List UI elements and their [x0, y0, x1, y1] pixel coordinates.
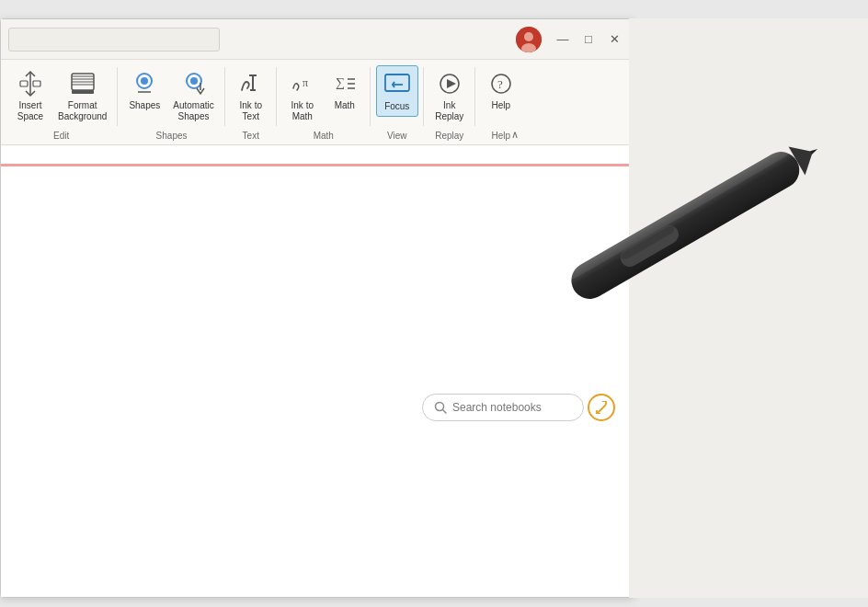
title-bar: — □ ✕ — [1, 19, 634, 60]
edit-items: InsertSpace — [10, 65, 112, 129]
search-input-wrap — [422, 394, 584, 421]
focus-button[interactable]: Focus — [376, 65, 418, 117]
expand-icon — [595, 401, 608, 414]
minimize-button[interactable]: — — [551, 28, 575, 52]
view-group-label: View — [376, 129, 418, 144]
math-label: Math — [335, 100, 355, 111]
svg-rect-4 — [20, 81, 28, 86]
ribbon-group-shapes: Shapes AutomaticShapes — [118, 63, 224, 144]
svg-text:?: ? — [497, 77, 503, 91]
ink-to-math-label: Ink toMath — [291, 100, 314, 122]
search-input[interactable] — [452, 401, 572, 414]
ink-to-text-button[interactable]: Ink toText — [231, 65, 271, 126]
svg-line-34 — [597, 405, 606, 414]
shapes-group-label: Shapes — [123, 129, 219, 144]
automatic-shapes-button[interactable]: AutomaticShapes — [167, 65, 219, 126]
automatic-shapes-icon — [179, 69, 209, 98]
ribbon-group-edit: InsertSpace — [5, 63, 118, 144]
maximize-button[interactable]: □ — [577, 28, 600, 52]
close-button[interactable]: ✕ — [602, 28, 626, 52]
replay-items: InkReplay — [429, 65, 470, 129]
svg-marker-29 — [447, 79, 456, 88]
app-window: — □ ✕ — [0, 18, 634, 598]
ink-to-text-icon — [236, 69, 266, 98]
shapes-items: Shapes AutomaticShapes — [123, 65, 219, 129]
text-group-label: Text — [231, 129, 271, 144]
help-items: ? Help — [481, 65, 521, 129]
insert-space-icon — [16, 69, 45, 98]
pink-line — [1, 164, 634, 166]
title-input[interactable] — [8, 28, 220, 52]
math-button[interactable]: ∑ Math — [325, 65, 365, 115]
svg-rect-11 — [72, 90, 94, 94]
shapes-label: Shapes — [129, 100, 160, 111]
content-area — [1, 145, 634, 597]
ribbon-group-help: ? Help Help ∧ — [475, 63, 527, 144]
view-items: Focus — [376, 65, 418, 129]
ribbon-group-view: Focus View — [371, 63, 424, 144]
svg-point-16 — [190, 77, 198, 85]
replay-group-label: Replay — [429, 129, 470, 144]
format-background-icon — [68, 69, 97, 98]
insert-space-button[interactable]: InsertSpace — [10, 65, 51, 126]
ribbon-group-math: π Ink toMath ∑ — [277, 63, 371, 144]
ink-to-math-icon: π — [288, 69, 317, 98]
right-panel — [629, 18, 868, 598]
edit-group-label: Edit — [10, 129, 112, 144]
ink-to-math-button[interactable]: π Ink toMath — [282, 65, 323, 126]
math-items: π Ink toMath ∑ — [282, 65, 365, 129]
svg-point-13 — [141, 77, 148, 85]
math-icon: ∑ — [330, 69, 360, 98]
help-button[interactable]: ? Help — [481, 65, 521, 115]
ribbon-collapse-button[interactable]: ∧ — [507, 126, 523, 143]
ribbon: InsertSpace — [1, 60, 634, 145]
ink-replay-icon — [435, 69, 464, 98]
expand-button[interactable] — [588, 394, 615, 421]
help-label: Help — [491, 100, 510, 111]
shapes-button[interactable]: Shapes — [123, 65, 166, 115]
avatar[interactable] — [516, 27, 542, 52]
math-group-label: Math — [282, 129, 365, 144]
shapes-icon — [130, 69, 159, 98]
avatar-image — [516, 27, 542, 52]
svg-text:∑: ∑ — [336, 75, 345, 89]
focus-icon — [383, 70, 412, 99]
search-bar — [422, 394, 615, 421]
ribbon-groups: InsertSpace — [1, 63, 634, 144]
svg-point-1 — [524, 32, 533, 41]
format-background-button[interactable]: FormatBackground — [52, 65, 112, 126]
title-bar-controls: — □ ✕ — [516, 27, 626, 52]
focus-label: Focus — [384, 101, 409, 112]
svg-rect-26 — [385, 74, 409, 91]
insert-space-label: InsertSpace — [17, 100, 43, 122]
automatic-shapes-label: AutomaticShapes — [173, 100, 213, 122]
search-icon — [434, 401, 447, 414]
text-items: Ink toText — [231, 65, 271, 129]
ink-replay-button[interactable]: InkReplay — [429, 65, 470, 126]
format-background-label: FormatBackground — [58, 100, 107, 122]
ribbon-group-text: Ink toText Text — [225, 63, 277, 144]
svg-rect-5 — [33, 81, 40, 86]
ink-to-text-label: Ink toText — [240, 100, 262, 122]
ink-replay-label: InkReplay — [435, 100, 463, 122]
svg-line-33 — [443, 410, 447, 414]
help-icon: ? — [486, 69, 516, 98]
ribbon-group-replay: InkReplay Replay — [424, 63, 475, 144]
svg-text:π: π — [303, 76, 308, 89]
